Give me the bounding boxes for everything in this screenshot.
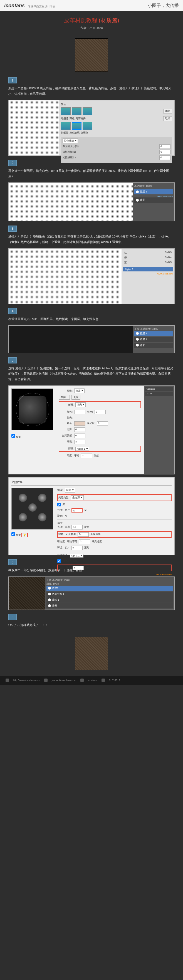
preset-dropdown[interactable]: 自定 bbox=[74, 388, 84, 393]
texture-dropdown[interactable]: Alpha 1 bbox=[75, 447, 89, 451]
footer-url[interactable]: http://www.iconfans.com bbox=[13, 679, 40, 682]
eye-icon[interactable] bbox=[48, 587, 51, 590]
layer-row[interactable]: 背景 bbox=[46, 603, 173, 608]
eye-icon[interactable] bbox=[48, 593, 51, 595]
intensity-input[interactable]: 5 bbox=[95, 410, 106, 414]
dye-swatch[interactable] bbox=[74, 421, 85, 426]
filter-thumb[interactable] bbox=[83, 122, 92, 130]
layers-panel: 正常 不透明度: 100% 图层 2 图层 1 背景 bbox=[133, 326, 174, 353]
filter-thumb[interactable] bbox=[83, 107, 92, 115]
filter-thumb[interactable] bbox=[61, 122, 71, 130]
channel-item[interactable]: 绿Ctrl+4 bbox=[123, 255, 173, 260]
delete-button[interactable]: 删除 bbox=[72, 395, 80, 399]
properties-panel: Verdana T 1px bbox=[144, 386, 174, 474]
step-8-badge: 8 bbox=[8, 614, 17, 620]
opacity-label: 不透明度: bbox=[134, 185, 145, 188]
channel-item[interactable]: 红Ctrl+3 bbox=[123, 250, 173, 255]
filter-dropdown[interactable]: 染色玻璃 bbox=[62, 138, 78, 143]
footer-qq[interactable]: 61816612 bbox=[109, 679, 120, 682]
cell-size-input[interactable]: 6 bbox=[159, 144, 170, 149]
logo-block: iconfans 专业界面交互设计平台 bbox=[4, 3, 56, 9]
layer-row[interactable]: 图层1 bbox=[46, 585, 173, 591]
white-high-checkbox[interactable] bbox=[57, 559, 61, 563]
border-input[interactable]: 6 bbox=[159, 150, 170, 154]
ok-button[interactable]: 确定 bbox=[163, 109, 172, 113]
cancel-button[interactable]: 取消 bbox=[163, 116, 172, 121]
on-checkbox[interactable] bbox=[57, 503, 61, 506]
light-source[interactable] bbox=[19, 513, 27, 522]
eye-icon[interactable] bbox=[136, 344, 139, 347]
eye-icon[interactable] bbox=[136, 338, 139, 340]
preset-dropdown[interactable]: 自定 bbox=[65, 488, 75, 493]
lights-label: 光照: bbox=[60, 403, 74, 407]
blend-mode[interactable]: 正常 bbox=[134, 328, 139, 330]
intensity-input[interactable]: 49 bbox=[72, 508, 83, 512]
material-input[interactable]: 64 bbox=[78, 532, 89, 537]
metal-input[interactable]: 0 bbox=[74, 434, 85, 438]
eye-icon[interactable] bbox=[48, 604, 51, 607]
layer-row[interactable]: 背景 bbox=[134, 197, 173, 203]
light-source[interactable] bbox=[29, 503, 37, 512]
watermark: www.uicoc.com bbox=[57, 573, 172, 575]
eye-icon[interactable] bbox=[48, 598, 51, 601]
gloss-input[interactable]: -13 bbox=[72, 525, 83, 530]
tex-ch-label: 纹理通道: bbox=[57, 554, 68, 557]
under-label: 曝光不足 bbox=[67, 540, 77, 543]
preview-label: 预览 bbox=[16, 436, 21, 438]
site-footer: http://www.iconfans.com jasonc@iconfans.… bbox=[0, 676, 183, 685]
layer-row[interactable]: 图层 2 bbox=[134, 331, 173, 336]
adjustment-row[interactable]: 色彩平衡 1 bbox=[46, 592, 173, 597]
channel-item[interactable]: 蓝Ctrl+5 bbox=[123, 260, 173, 265]
exposure-input[interactable]: 0 bbox=[97, 421, 108, 426]
ambient-input[interactable]: 8 bbox=[72, 546, 83, 550]
neg2-label: 负片 bbox=[65, 546, 70, 549]
alpha-channel[interactable]: Alpha 1 bbox=[123, 267, 173, 271]
exposure-label: 曝光度: bbox=[57, 540, 66, 543]
tex-ch-dropdown[interactable]: Alpha 1 bbox=[70, 554, 84, 558]
light-intensity-input[interactable]: 0 bbox=[159, 156, 170, 160]
thumb-label: 马赛克拼 bbox=[76, 117, 86, 121]
weibo-icon bbox=[80, 679, 84, 682]
light-source[interactable] bbox=[38, 513, 46, 522]
light-source[interactable] bbox=[38, 494, 46, 502]
light-source[interactable] bbox=[19, 494, 27, 502]
type-dropdown[interactable]: 全光源 bbox=[71, 495, 84, 500]
final-result bbox=[75, 637, 108, 670]
filter-thumb-selected[interactable] bbox=[72, 122, 81, 130]
filter-thumb[interactable] bbox=[72, 107, 81, 115]
height-input[interactable]: 3 bbox=[81, 453, 92, 458]
preset-label: 预设: bbox=[59, 389, 73, 393]
title-red: (材质篇) bbox=[99, 17, 119, 23]
focus-label: 聚光: bbox=[59, 416, 73, 420]
preview-checkbox[interactable] bbox=[11, 532, 15, 536]
layer-row[interactable]: 背景 bbox=[134, 343, 173, 348]
light-type-dropdown[interactable]: 点光 bbox=[75, 402, 86, 407]
ambient-input[interactable]: 8 bbox=[74, 440, 85, 444]
opacity-value: 100% bbox=[146, 185, 152, 188]
eye-icon[interactable] bbox=[136, 332, 139, 335]
gloss-input[interactable]: 0 bbox=[74, 428, 85, 432]
adjustment-row[interactable]: 曲线 1 bbox=[46, 597, 173, 603]
layer-row[interactable]: 图层 1 bbox=[134, 189, 173, 194]
footer-email[interactable]: jasonc@iconfans.com bbox=[52, 679, 76, 682]
neg-label: 负片 bbox=[65, 508, 70, 512]
eye-icon[interactable] bbox=[136, 199, 139, 202]
step-2-badge: 2 bbox=[8, 160, 17, 166]
color-swatch[interactable] bbox=[74, 410, 85, 414]
thumb-label: 颗粒 bbox=[70, 117, 75, 121]
layer-row[interactable]: 图层 1 bbox=[134, 337, 173, 342]
eye-icon[interactable] bbox=[136, 191, 139, 193]
footer-weibo[interactable]: iconfans bbox=[88, 679, 97, 682]
preview-checkbox[interactable] bbox=[11, 434, 15, 438]
lighting-preview-block: 预览 💡 bbox=[11, 488, 53, 575]
layers-panel: 不透明度: 100% 图层 1 www.uicoc.com 背景 bbox=[133, 183, 174, 221]
light-gizmo[interactable] bbox=[16, 393, 49, 426]
save-button[interactable]: 存储... bbox=[59, 395, 70, 399]
filter-thumb[interactable] bbox=[61, 107, 71, 115]
exposure-input[interactable]: 0 bbox=[79, 539, 90, 544]
mode-label[interactable]: 正常 bbox=[46, 579, 51, 581]
watermark: www.uicoc.com bbox=[134, 195, 173, 197]
layer-name: 图层 1 bbox=[140, 190, 147, 194]
author-name: 出自uicoc bbox=[89, 26, 103, 29]
header-slogan: 小圈子，大传播 bbox=[148, 3, 179, 9]
